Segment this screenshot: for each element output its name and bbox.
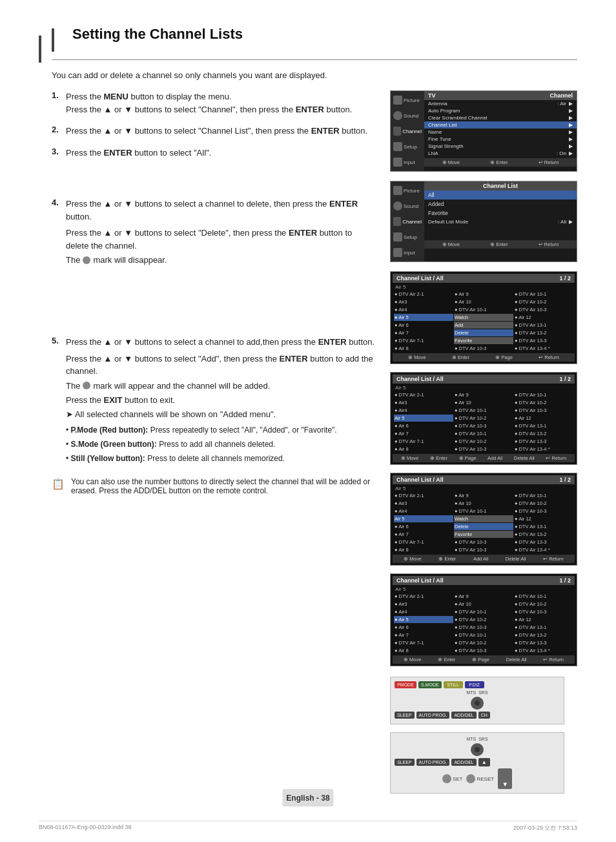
page-container: Setting the Channel Lists You can add or… xyxy=(0,0,616,842)
still-btn: STILL xyxy=(444,681,463,688)
bullet-smode: S.Mode (Green button): Press to add all … xyxy=(66,438,377,450)
mts-label-1: MTS xyxy=(466,690,476,695)
cl-default-list-arrow: ▶ xyxy=(569,219,573,225)
step-5-number: 5. xyxy=(52,336,62,349)
clear-scrambled-arrow: ▶ xyxy=(569,115,573,121)
channel-label: Channel xyxy=(549,92,573,99)
cl2-r7c1: ● DTV Air 7-1 xyxy=(394,438,453,445)
sleep-btn-2: SLEEP xyxy=(395,759,415,766)
cl2-r6c3: ● DTV Air 13-2 xyxy=(514,430,573,437)
cl-row-8-c3: ● DTV Air 13-4 * xyxy=(514,345,573,352)
step-1-number: 1. xyxy=(52,90,62,116)
cl-menu-footer-enter: ⊕ Enter xyxy=(490,241,508,247)
footer-move: ⊕ Move xyxy=(442,159,460,165)
cl-all-title-1: Channel List / All xyxy=(396,275,444,282)
screenshots-column: Picture Sound Channel Setup xyxy=(390,90,577,794)
step-5: 5. Press the ▲ or ▼ buttons to select a … xyxy=(52,336,377,464)
step-5-substep-1: Press the ▲ or ▼ buttons to select "Add"… xyxy=(66,353,377,378)
cl-row-3-c1: ● Air4 xyxy=(394,306,453,313)
channel-list-all-1-screenshot: Channel List / All 1 / 2 Air 5 ● DTV Air… xyxy=(390,271,577,364)
cl-row-2-c1: ● Air3 xyxy=(394,298,453,305)
srs-circle-1 xyxy=(471,697,484,710)
cl-default-list-label: Default List Mode xyxy=(428,219,468,225)
cl2-r2c1: ● Air3 xyxy=(394,399,453,406)
cl3-footer-return: ↩ Return xyxy=(543,556,564,562)
doc-footer: BN68-01167A-Eng-00-0329.indd 38 2007-03-… xyxy=(39,821,577,832)
cl2-footer-move: ⊕ Move xyxy=(401,455,418,461)
cl-row-4-c3: ● Air 12 xyxy=(514,314,573,321)
cl4-footer-return: ↩ Return xyxy=(543,657,564,662)
step-4-text: Press the ▲ or ▼ buttons to select a cha… xyxy=(66,198,377,223)
cl-all-page-4: 1 / 2 xyxy=(559,577,571,584)
cl-row-7-c1: ● DTV Air 7-1 xyxy=(394,337,453,344)
fine-tune-arrow: ▶ xyxy=(569,136,573,142)
cl2-r7c2: ● DTV Air 10-2 xyxy=(454,438,513,445)
cl-row-1-c3: ● DTV Air 10-1 xyxy=(514,291,573,298)
cl2-footer-addall: Add All xyxy=(488,455,502,461)
cl-all-title-2: Channel List / All xyxy=(396,376,444,382)
cl-row-6-c3: ● DTV Air 13-2 xyxy=(514,329,573,336)
reset-btn: RESET xyxy=(466,774,494,783)
bullet-notes: P.Mode (Red button): Press repeatedly to… xyxy=(66,424,377,464)
cl-row-8-c2: ● DTV Air 10-3 xyxy=(454,345,513,352)
circle-mark-icon xyxy=(83,256,90,264)
name-arrow: ▶ xyxy=(569,129,573,135)
cl-added-label: Added xyxy=(428,201,444,207)
pmode-btn: PMODE xyxy=(395,681,416,688)
cl3-footer-enter: ⊕ Enter xyxy=(438,556,456,562)
cl2-r1c2: ● Air 9 xyxy=(454,391,513,398)
cl-all-page-2: 1 / 2 xyxy=(559,376,571,382)
cl1-footer-page: ⊕ Page xyxy=(495,354,513,360)
cl2-r7c3: ● DTV Air 13-3 xyxy=(514,438,573,445)
cl2-r6c2: ● DTV Air 10-1 xyxy=(454,430,513,437)
channel-list-all-3-screenshot: Channel List / All 1 / 2 Air 5 ● DTV Air… xyxy=(390,473,577,566)
cl4-footer-delall: Delete All xyxy=(506,657,527,662)
doc-date: 2007-03-29 오전 7:53:13 xyxy=(513,824,577,832)
cl-row-5-c1: ● Air 6 xyxy=(394,322,453,329)
cl2-r4c2: ● DTV Air 10-2 xyxy=(454,415,513,422)
cl2-r8c2: ● DTV Air 10-3 xyxy=(454,446,513,453)
cl-all-title-4: Channel List / All xyxy=(396,577,444,584)
remote-control-2: MTS SRS SLEEP AUTO PROG. ADD/DEL ▲ xyxy=(390,732,564,794)
cl-row-3-c3: ● DTV Air 10-3 xyxy=(514,306,573,313)
down-nav: ▼ xyxy=(498,768,512,789)
cl-all-page-3: 1 / 2 xyxy=(559,477,571,483)
cl-row-7-c3: ● DTV Air 13-3 xyxy=(514,337,573,344)
cl2-r6c1: ● Air 7 xyxy=(394,430,453,437)
step-2-number: 2. xyxy=(52,125,62,138)
cl2-r3c3: ● DTV Air 10-3 xyxy=(514,407,573,414)
mts-label-2: MTS xyxy=(466,737,476,741)
sleep-btn-1: SLEEP xyxy=(395,712,415,719)
cl-all-label: All xyxy=(428,192,434,198)
channel-list-all-4-screenshot: Channel List / All 1 / 2 Air 5 ● DTV Air… xyxy=(390,573,577,666)
cl-row-1-c2: ● Air 9 xyxy=(454,291,513,298)
cl3-footer-delall: Delete All xyxy=(506,556,526,562)
step-3-number: 3. xyxy=(52,147,62,159)
cl-row-2-c2: ● Air 10 xyxy=(454,298,513,305)
step-2-text: Press the ▲ or ▼ buttons to select "Chan… xyxy=(66,125,367,138)
step-4-label: The xyxy=(66,255,80,265)
cl1-footer-return: ↩ Return xyxy=(539,354,559,360)
cl2-footer-delall: Delete All xyxy=(514,455,535,461)
cl4-footer-enter: ⊕ Enter xyxy=(438,657,455,662)
cl-row-1-c1: ● DTV Air 2-1 xyxy=(394,291,453,298)
channel-list-all-2-screenshot: Channel List / All 1 / 2 Air 5 ● DTV Air… xyxy=(390,372,577,465)
lna-value: : On xyxy=(557,150,566,156)
bullet-still: Still (Yellow button): Press to delete a… xyxy=(66,453,377,464)
cl-row-8-c1: ● Air 8 xyxy=(394,345,453,352)
autoprog-arrow: ▶ xyxy=(569,108,573,114)
page-number: English - 38 xyxy=(286,794,329,803)
lna-label: LNA xyxy=(428,150,438,156)
cl4-footer-move: ⊕ Move xyxy=(404,657,421,662)
set-btn: SET xyxy=(442,774,463,783)
name-label: Name xyxy=(428,129,442,135)
cl2-r8c1: ● Air 8 xyxy=(394,446,453,453)
cl-all-header-3: Air 5 xyxy=(395,486,406,491)
remote-control-1: PMODE S.MODE STILL P.DIZ MTS SRS SLEEP A… xyxy=(390,677,564,724)
cl1-footer-move: ⊕ Move xyxy=(408,354,426,360)
note-icon: 📋 xyxy=(52,478,65,490)
cl2-r5c1: ● Air 6 xyxy=(394,422,453,429)
cl-all-title-3: Channel List / All xyxy=(396,477,444,483)
cl-default-list-value: : All xyxy=(558,219,566,225)
step-5-label-2: mark will appear and the channel will be… xyxy=(93,381,270,391)
